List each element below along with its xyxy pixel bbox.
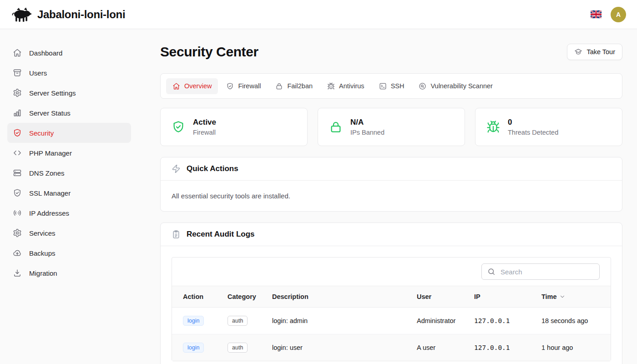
user-avatar[interactable]: A xyxy=(611,7,626,22)
column-header-time[interactable]: Time xyxy=(536,286,611,308)
cloud-upload-icon xyxy=(13,248,22,258)
sidebar-item-label: Services xyxy=(29,229,56,237)
sidebar-item-users[interactable]: Users xyxy=(7,63,131,83)
tab-ssh[interactable]: SSH xyxy=(373,78,411,94)
shield-check-icon xyxy=(13,188,22,197)
sidebar-item-label: Server Status xyxy=(29,109,71,117)
main-content: Security Center Take Tour Overview Firew… xyxy=(138,29,637,364)
description-cell: login: admin xyxy=(267,308,411,334)
sidebar-item-label: SSL Manager xyxy=(29,189,71,197)
audit-logs-card: Recent Audit Logs Action xyxy=(160,222,622,364)
stat-label: IPs Banned xyxy=(350,129,384,136)
stat-card-firewall: Active Firewall xyxy=(160,108,308,146)
column-header-category[interactable]: Category xyxy=(222,286,267,308)
search-icon xyxy=(487,268,495,276)
stat-label: Threats Detected xyxy=(508,129,558,136)
search-input[interactable] xyxy=(500,268,594,276)
sidebar-item-label: Users xyxy=(29,69,47,77)
sidebar-item-ssl-manager[interactable]: SSL Manager xyxy=(7,183,131,203)
language-flag-icon[interactable] xyxy=(591,10,602,18)
boar-logo-icon xyxy=(11,6,32,22)
audit-table-container: Action Category Description User IP Time xyxy=(172,257,611,361)
tab-label: Antivirus xyxy=(339,82,364,90)
status-cards: Active Firewall N/A IPs Banned 0 Threats… xyxy=(160,108,622,146)
bar-chart-icon xyxy=(13,108,22,117)
user-cell: A user xyxy=(411,334,469,361)
sidebar-item-server-settings[interactable]: Server Settings xyxy=(7,83,131,103)
code-icon xyxy=(13,148,22,157)
sidebar-item-label: IP Addresses xyxy=(29,209,69,217)
column-header-user[interactable]: User xyxy=(411,286,469,308)
take-tour-button[interactable]: Take Tour xyxy=(567,44,622,60)
sidebar-item-label: Security xyxy=(29,129,54,137)
sidebar-item-security[interactable]: Security xyxy=(7,123,131,143)
broadcast-icon xyxy=(13,208,22,217)
graduation-cap-icon xyxy=(574,48,582,56)
scan-search-icon xyxy=(419,82,426,90)
tab-label: Vulnerability Scanner xyxy=(430,82,492,90)
time-cell: 1 hour ago xyxy=(536,334,611,361)
chevron-down-icon xyxy=(559,293,566,300)
ip-cell: 127.0.0.1 xyxy=(469,308,536,334)
sidebar-item-label: Dashboard xyxy=(29,49,62,57)
user-cell: Administrator xyxy=(411,308,469,334)
table-header-row: Action Category Description User IP Time xyxy=(172,286,611,308)
server-icon xyxy=(13,168,22,177)
audit-logs-title: Recent Audit Logs xyxy=(187,230,255,239)
take-tour-label: Take Tour xyxy=(586,48,615,56)
audit-table: Action Category Description User IP Time xyxy=(172,286,611,361)
category-badge[interactable]: auth xyxy=(228,343,248,353)
clipboard-icon xyxy=(172,230,181,239)
action-badge[interactable]: login xyxy=(183,316,204,326)
zap-icon xyxy=(172,164,181,173)
download-icon xyxy=(13,268,22,278)
quick-actions-title: Quick Actions xyxy=(187,164,238,173)
app-title: Jabaloni-loni-loni xyxy=(37,8,125,21)
tab-label: Firewall xyxy=(238,82,261,90)
sidebar-item-label: Migration xyxy=(29,269,57,277)
stat-label: Firewall xyxy=(193,129,216,136)
shield-check-icon xyxy=(13,128,22,137)
tab-firewall[interactable]: Firewall xyxy=(220,78,267,94)
stat-value: Active xyxy=(193,118,216,127)
top-bar: Jabaloni-loni-loni A xyxy=(0,0,637,29)
home-icon xyxy=(13,48,22,57)
tab-vulnerability-scanner[interactable]: Vulnerability Scanner xyxy=(412,78,499,94)
sidebar-item-label: PHP Manager xyxy=(29,149,72,157)
terminal-icon xyxy=(379,82,387,90)
quick-actions-message: All essential security tools are install… xyxy=(172,192,611,200)
sidebar-item-php-manager[interactable]: PHP Manager xyxy=(7,143,131,163)
page-title: Security Center xyxy=(160,44,258,60)
tab-overview[interactable]: Overview xyxy=(166,78,218,94)
column-header-action[interactable]: Action xyxy=(172,286,222,308)
shield-check-icon xyxy=(172,120,185,134)
shield-check-icon xyxy=(226,82,234,90)
tab-fail2ban[interactable]: Fail2ban xyxy=(269,78,319,94)
column-header-ip[interactable]: IP xyxy=(469,286,536,308)
sidebar-item-migration[interactable]: Migration xyxy=(7,263,131,283)
archive-icon xyxy=(13,68,22,77)
stat-value: N/A xyxy=(350,118,384,127)
search-box xyxy=(481,263,600,280)
tab-label: Overview xyxy=(184,82,212,90)
sidebar-item-dns-zones[interactable]: DNS Zones xyxy=(7,163,131,183)
action-badge[interactable]: login xyxy=(183,343,204,353)
quick-actions-card: Quick Actions All essential security too… xyxy=(160,157,622,212)
security-tabs: Overview Firewall Fail2ban Antivirus SSH… xyxy=(160,73,622,99)
tab-label: SSH xyxy=(391,82,404,90)
bug-icon xyxy=(486,120,500,134)
category-badge[interactable]: auth xyxy=(228,316,248,326)
stat-value: 0 xyxy=(508,118,558,127)
bug-icon xyxy=(327,82,335,90)
stat-card-threats: 0 Threats Detected xyxy=(475,108,622,146)
tab-antivirus[interactable]: Antivirus xyxy=(321,78,371,94)
sidebar-item-server-status[interactable]: Server Status xyxy=(7,103,131,123)
sidebar-item-dashboard[interactable]: Dashboard xyxy=(7,43,131,63)
sidebar-item-backups[interactable]: Backups xyxy=(7,243,131,263)
sidebar-item-ip-addresses[interactable]: IP Addresses xyxy=(7,203,131,223)
brand[interactable]: Jabaloni-loni-loni xyxy=(11,6,125,22)
column-header-description[interactable]: Description xyxy=(267,286,411,308)
sidebar-item-services[interactable]: Services xyxy=(7,223,131,243)
home-icon xyxy=(172,82,180,90)
topbar-actions: A xyxy=(591,7,626,22)
